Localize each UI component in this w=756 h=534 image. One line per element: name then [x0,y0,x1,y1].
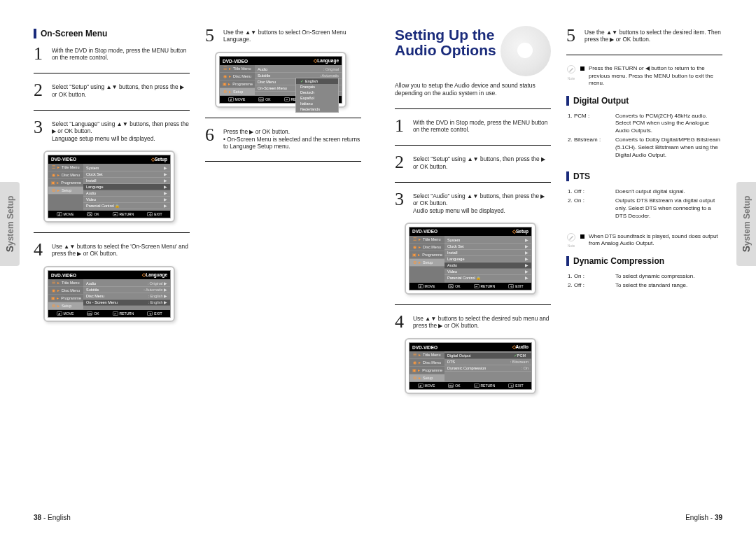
osd-language-drop: DVD-VIDEO◇Language☰▸Title Menu◉▸Disc Men… [215,52,346,108]
page-num: 38 [34,514,41,521]
separator [34,110,190,111]
step-r3: 3Select "Audio" using ▲▼ buttons, then p… [395,191,551,214]
separator [34,232,190,233]
osd-language: DVD-VIDEO◇Language☰▸Title Menu◉▸Disc Men… [43,266,175,322]
step-r2: 2Select "Setup" using ▲▼ buttons, then p… [395,154,551,170]
heading-digital: Digital Output [566,96,722,106]
osd-audio-sub: DVD-VIDEO◇Audio☰▸Title Menu◉▸Disc Menu▣▸… [405,338,536,394]
osd-setup: DVD-VIDEO◇Setup☰▸Title Menu◉▸Disc Menu▣▸… [43,150,175,223]
footer-left: 38 - English [34,514,344,521]
heading-text: Digital Output [573,96,629,106]
step-r5: 5Use the ▲▼ buttons to select the desire… [566,27,722,43]
intro-text: Allow you to setup the Audio device and … [395,82,551,97]
step-2: 2Select "Setup" using ▲▼ buttons, then p… [34,82,190,98]
heading-text: DTS [573,171,590,181]
page-39: System Setup Setting Up the Audio Option… [378,0,756,534]
heading-text: Dynamic Compression [573,256,664,266]
separator [566,55,722,55]
footer-right: English - 39 [412,514,722,521]
heading-text: On-Screen Menu [41,29,107,38]
separator [395,145,551,146]
side-tab-label: ystem Setup [6,196,15,246]
step-r1: 1With the DVD in Stop mode, press the ME… [395,118,551,134]
separator [34,73,190,73]
page-lang: English [685,514,708,521]
col-l2: 5Use the ▲▼ buttons to select On-Screen … [205,24,361,486]
col-l1: On-Screen Menu 1With the DVD in Stop mod… [34,24,190,486]
heading-bar-icon [566,96,569,106]
big-title-area: Setting Up the Audio Options [395,24,551,79]
page-num: 39 [715,514,722,521]
step-body: With the DVD in Stop mode, press the MEN… [413,118,551,134]
defs-dts: 1. Off :Doesn't output digital signal.2.… [568,188,722,221]
square-icon [580,234,584,239]
big-title: Setting Up the Audio Options [395,27,536,58]
square-icon [580,66,584,71]
step-4: 4Use ▲▼ buttons to select the 'On-Screen… [34,241,190,258]
separator [395,182,551,183]
heading-dyn: Dynamic Compression [566,256,722,266]
defs-dyn: 1. On :To select dynamic compression.2. … [568,273,722,291]
separator [395,108,551,109]
page-lang: English [48,514,71,521]
separator [395,304,551,305]
step-body: With the DVD in Stop mode, press the MEN… [52,45,190,62]
note-text: When DTS soundtrack is played, sound doe… [589,233,722,248]
col-r2: 5Use the ▲▼ buttons to select the desire… [566,24,722,486]
step-1: 1With the DVD in Stop mode, press the ME… [34,45,190,62]
step-body: Select "Setup" using ▲▼ buttons, then pr… [413,154,551,170]
osd-audio-setup: DVD-VIDEO◇Setup☰▸Title Menu◉▸Disc Menu▣▸… [405,223,536,295]
col-r1: Setting Up the Audio Options Allow you t… [395,24,551,486]
note-dts: Note When DTS soundtrack is played, soun… [566,233,722,248]
page-38: System Setup On-Screen Menu 1With the DV… [0,0,378,534]
separator [205,161,361,162]
heading-bar-icon [566,256,569,266]
step-body: Press the ▶ or OK button. • On-Screen Me… [223,127,361,150]
separator [205,118,361,118]
defs-digital: 1. PCM :Converts to PCM(2CH) 48kHz audio… [568,113,722,161]
step-body: Select "Audio" using ▲▼ buttons, then pr… [413,191,551,214]
step-body: Use ▲▼ buttons to select the 'On-Screen … [52,241,190,258]
pencil-icon: Note [566,65,576,80]
heading-bar-icon [566,171,569,181]
note-text: Press the RETURN or ◀ button to return t… [589,65,722,87]
pencil-icon: Note [566,233,576,248]
heading-bar-icon [34,29,36,38]
heading-dts: DTS [566,171,722,181]
heading-onscreen: On-Screen Menu [34,29,190,38]
step-body: Select "Setup" using ▲▼ buttons, then pr… [52,82,190,98]
step-body: Use ▲▼ buttons to select the desired sub… [413,314,551,330]
side-tab-right: System Setup [736,182,756,266]
step-5: 5Use the ▲▼ buttons to select On-Screen … [205,27,361,43]
step-r4: 4Use ▲▼ buttons to select the desired su… [395,314,551,330]
step-body: Use the ▲▼ buttons to select On-Screen M… [223,27,361,43]
step-body: Use the ▲▼ buttons to select the desired… [584,27,722,43]
step-body: Select "Language" using ▲▼ buttons, then… [52,119,190,142]
step-3: 3Select "Language" using ▲▼ buttons, the… [34,119,190,142]
note-return: Note Press the RETURN or ◀ button to ret… [566,65,722,87]
side-tab-label: ystem Setup [742,196,752,246]
step-6: 6Press the ▶ or OK button. • On-Screen M… [205,127,361,150]
side-tab-left: System Setup [0,182,20,266]
